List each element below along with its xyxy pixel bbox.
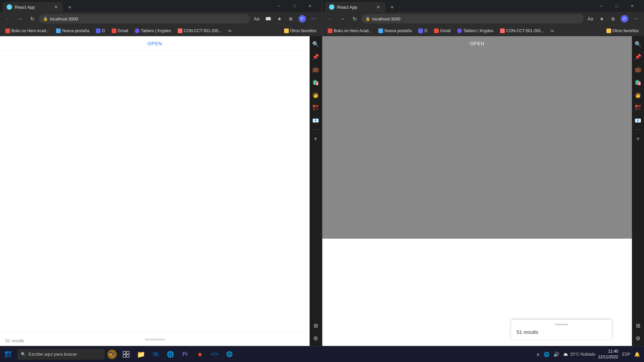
right-new-tab-button[interactable]: + [387, 3, 397, 12]
left-minimize[interactable]: ─ [271, 1, 287, 11]
right-bookmark-kryptex[interactable]: Tablero | Kryptex [454, 28, 496, 34]
left-new-tab-button[interactable]: + [65, 3, 74, 12]
right-sidebar-settings[interactable]: ⚙ [633, 333, 643, 343]
right-sidebar-grid[interactable]: ⊞ [633, 320, 643, 330]
right-close-btn[interactable]: ✕ [625, 1, 640, 11]
left-sidebar-outlook[interactable]: 📧 [311, 115, 321, 125]
right-sidebar-wallet[interactable]: 💼 [633, 64, 643, 74]
left-sidebar-settings[interactable]: ⚙ [311, 333, 321, 343]
right-sidebar-avatar[interactable]: 🧑 [633, 90, 643, 100]
tray-weather[interactable]: 🌥️ 25°C Nublado [563, 352, 595, 357]
left-maximize[interactable]: □ [287, 1, 302, 11]
taskbar-chrome[interactable]: 🌐 [223, 348, 236, 361]
left-forward-button[interactable]: → [15, 13, 25, 24]
left-sidebar-add[interactable]: + [311, 134, 321, 144]
bookmark-boku[interactable]: Boku no Hero Acad... [3, 28, 52, 34]
right-con-favicon [500, 28, 505, 33]
right-menu[interactable]: ⋯ [631, 13, 641, 24]
right-sidebar-search[interactable]: 🔍 [633, 39, 643, 49]
left-back-button[interactable]: ← [3, 13, 13, 24]
left-tab-close[interactable]: ✕ [53, 4, 59, 10]
right-bookmark-boku[interactable]: Boku no Hero Acad... [325, 28, 374, 34]
bookmarks-more[interactable]: ≫ [226, 28, 234, 34]
right-address-bar[interactable]: 🔒 localhost:3000 [361, 14, 584, 23]
left-profile[interactable]: P [297, 13, 308, 24]
right-nav-actions: Aa ★ ⊕ P ⋯ [585, 13, 641, 24]
left-sidebar-search[interactable]: 🔍 [311, 39, 321, 49]
left-read-mode[interactable]: Aa [251, 13, 262, 24]
right-minimize[interactable]: ─ [594, 1, 609, 11]
bookmark-nueva[interactable]: Nueva pestaña [53, 28, 92, 34]
right-profile[interactable]: P [619, 13, 630, 24]
start-button[interactable] [0, 346, 16, 362]
right-maximize[interactable]: □ [609, 1, 625, 11]
bookmark-kryptex[interactable]: Tablero | Kryptex [132, 28, 174, 34]
right-sidebar-add[interactable]: + [633, 134, 643, 144]
tray-network[interactable]: 🌐 [542, 351, 551, 358]
left-sidebar-avatar[interactable]: 🧑 [311, 90, 321, 100]
left-menu[interactable]: ⋯ [308, 13, 319, 24]
left-immersive-reader[interactable]: 📖 [263, 13, 273, 24]
right-tab-bar: React App ✕ + ─ □ ✕ [322, 0, 644, 12]
right-card-handle[interactable] [555, 324, 568, 325]
right-sidebar-pin[interactable]: 📌 [633, 52, 643, 62]
taskbar-tray: ∧ 🌐 🔊 🌥️ 25°C Nublado 11:40 12/11/2022 E… [535, 349, 644, 360]
tray-clock[interactable]: 11:40 12/11/2022 [598, 349, 618, 360]
right-active-tab[interactable]: React App ✕ [325, 2, 385, 12]
right-bookmark-otros[interactable]: Otros favoritos [604, 28, 641, 34]
right-sidebar-bag[interactable]: 🛍️ [633, 77, 643, 87]
right-read-mode[interactable]: Aa [585, 13, 596, 24]
left-active-tab[interactable]: React App ✕ [3, 2, 63, 12]
right-forward-button[interactable]: → [337, 13, 348, 24]
right-sidebar-outlook[interactable]: 📧 [633, 115, 643, 125]
left-sidebar-bag[interactable]: 🛍️ [311, 77, 321, 87]
left-scrollbar[interactable] [145, 339, 165, 341]
tray-notification[interactable]: 🔔 [634, 352, 640, 357]
bookmark-con[interactable]: CON-CCT-501-200... [175, 28, 224, 34]
right-bookmark-con[interactable]: CON-CCT-501-200... [497, 28, 547, 34]
left-sidebar-office[interactable] [311, 103, 321, 113]
left-fav-icon[interactable]: ★ [274, 13, 285, 24]
right-bookmark-nueva[interactable]: Nueva pestaña [376, 28, 414, 34]
left-sidebar-grid[interactable]: ⊞ [311, 320, 321, 330]
taskbar-search-text: Escribe aquí para buscar [29, 352, 77, 357]
right-collections[interactable]: ⊕ [608, 13, 619, 24]
boku-label: Boku no Hero Acad... [11, 28, 49, 33]
taskbar-store[interactable]: 🛍 [149, 348, 162, 361]
right-bookmarks-more[interactable]: ≫ [548, 28, 556, 34]
svg-rect-12 [123, 351, 126, 354]
bookmark-otros[interactable]: Otros favoritos [281, 28, 319, 34]
right-open-label: OPEN [470, 41, 485, 46]
left-collections[interactable]: ⊕ [285, 13, 296, 24]
right-sidebar-office[interactable] [633, 103, 643, 113]
taskbar-vscode[interactable]: </> [208, 348, 221, 361]
left-refresh-button[interactable]: ↻ [27, 13, 38, 24]
right-browser-content: OPEN 51 results 🔍 📌 💼 🛍️ 🧑 [322, 36, 644, 346]
tray-language[interactable]: ESP [621, 352, 632, 357]
right-refresh-button[interactable]: ↻ [349, 13, 360, 24]
taskbar-task-view[interactable] [119, 348, 133, 361]
tray-weather-text: 25°C Nublado [570, 352, 595, 357]
tray-up-arrow[interactable]: ∧ [535, 351, 541, 358]
right-back-button[interactable]: ← [325, 13, 336, 24]
left-sidebar-wallet[interactable]: 💼 [311, 64, 321, 74]
taskbar-figma[interactable]: ◆ [193, 348, 207, 361]
right-bookmark-discord[interactable]: D [416, 28, 430, 34]
right-fav-icon[interactable]: ★ [596, 13, 607, 24]
tray-sound[interactable]: 🔊 [552, 351, 560, 358]
bookmark-discord[interactable]: D [93, 28, 108, 34]
right-bookmark-gmail[interactable]: Gmail [431, 28, 453, 34]
right-page-header: OPEN [322, 36, 632, 51]
taskbar-edge[interactable]: 🌐 [164, 348, 177, 361]
svg-rect-8 [5, 351, 8, 354]
taskbar-premiere[interactable]: Pr [178, 348, 192, 361]
taskbar-search-box[interactable]: 🔍 Escribe aquí para buscar [17, 349, 105, 360]
taskbar-eagle-icon: 🦅 [107, 350, 117, 359]
left-close[interactable]: ✕ [302, 1, 318, 11]
left-sidebar-pin[interactable]: 📌 [311, 52, 321, 62]
bookmark-gmail[interactable]: Gmail [109, 28, 131, 34]
right-tab-close[interactable]: ✕ [375, 4, 381, 10]
taskbar-file-explorer[interactable]: 📁 [134, 348, 148, 361]
left-address-bar[interactable]: 🔒 localhost:3000 [39, 14, 250, 23]
right-sidebar-divider [635, 129, 641, 130]
